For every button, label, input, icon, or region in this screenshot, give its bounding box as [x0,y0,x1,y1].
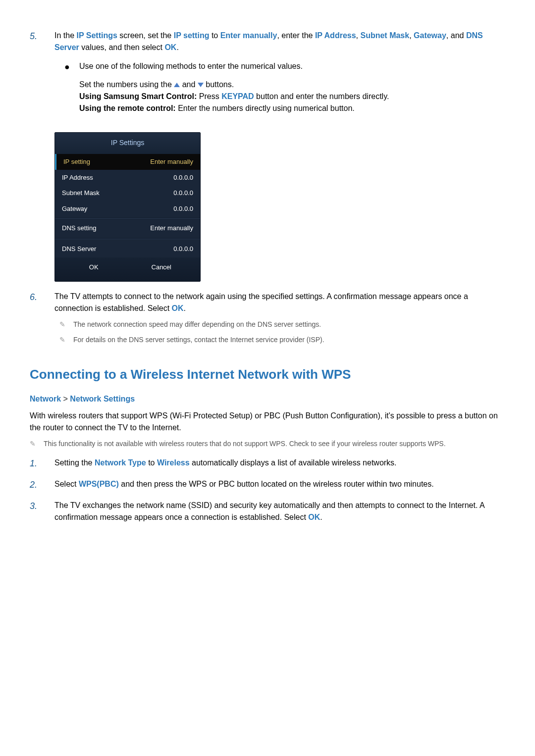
wps-step-1: 1. Setting the Network Type to Wireless … [30,457,505,470]
step-5-content: In the IP Settings screen, set the IP se… [54,30,505,124]
ip-label: Gateway [62,204,87,214]
wps-step-1-content: Setting the Network Type to Wireless aut… [54,457,505,470]
wps-note: ✎ This functionality is not available wi… [30,439,505,449]
bullet-content: Use one of the following methods to ente… [79,60,505,74]
term-ip-settings: IP Settings [76,31,117,40]
breadcrumb-network-settings: Network Settings [70,395,135,403]
wps-step-3-content: The TV exchanges the network name (SSID)… [54,500,505,523]
ip-label: Subnet Mask [62,188,100,198]
ip-label: DNS setting [62,223,96,233]
step-5: 5. In the IP Settings screen, set the IP… [30,30,505,124]
ip-panel-title: IP Settings [55,133,200,154]
text: button and enter the numbers directly. [254,92,389,101]
term-ip-address: IP Address [315,31,356,40]
ip-row-ip-setting[interactable]: IP setting Enter manually [55,154,200,170]
ip-value: 0.0.0.0 [173,204,193,214]
ip-value: 0.0.0.0 [173,244,193,254]
term-network-type: Network Type [95,458,146,467]
text: . [176,43,178,51]
term-ok: OK [308,513,320,521]
wps-step-3: 3. The TV exchanges the network name (SS… [30,500,505,523]
text: Set the numbers using the [79,80,174,89]
wps-step-1-number: 1. [30,457,54,470]
text: Press [197,92,221,101]
text: The TV exchanges the network name (SSID)… [54,501,484,521]
divider [55,238,200,239]
ip-row-dns-server[interactable]: DNS Server 0.0.0.0 [55,240,200,258]
term-keypad: KEYPAD [221,92,254,101]
step-6-number: 6. [30,291,54,345]
label: Using the remote control: [79,104,176,112]
term-wps-pbc: WPS(PBC) [79,480,119,488]
ip-value: Enter manually [150,157,193,167]
text: , [409,31,414,40]
note-isp: ✎ For details on the DNS server settings… [59,335,505,345]
text: , enter the [277,31,315,40]
wps-step-2-content: Select WPS(PBC) and then press the WPS o… [54,478,505,492]
wps-intro: With wireless routers that support WPS (… [30,410,505,434]
text: Enter the numbers directly using numeric… [176,104,355,112]
up-arrow-icon [174,83,180,87]
note-speed: ✎ The network connection speed may diffe… [59,319,505,330]
term-subnet-mask: Subnet Mask [360,31,409,40]
term-ok: OK [164,43,176,51]
text: to [146,458,157,467]
text: and then press the WPS or PBC button loc… [119,480,434,488]
wps-step-2-number: 2. [30,478,54,492]
method-remote-control: Using the remote control: Enter the numb… [79,102,505,114]
term-ip-setting: IP setting [174,31,210,40]
ok-button[interactable]: OK [74,262,113,272]
bullet-intro-text: Use one of the following methods to ente… [79,62,303,70]
down-arrow-icon [198,83,204,87]
note-text: For details on the DNS server settings, … [73,335,505,345]
ip-label: DNS Server [62,244,96,254]
pencil-icon: ✎ [59,335,73,345]
divider [55,217,200,218]
text: Setting the [54,458,95,467]
wps-step-2: 2. Select WPS(PBC) and then press the WP… [30,478,505,492]
breadcrumb-separator-icon: > [61,395,70,403]
ip-row-gateway[interactable]: Gateway 0.0.0.0 [55,201,200,217]
ip-settings-panel: IP Settings IP setting Enter manually IP… [54,132,201,282]
ip-label: IP setting [63,157,90,167]
breadcrumb: Network > Network Settings [30,393,505,405]
ip-row-ip-address[interactable]: IP Address 0.0.0.0 [55,170,200,186]
text: automatically displays a list of availab… [190,458,397,467]
text: Select [54,480,79,488]
wps-step-3-number: 3. [30,500,54,523]
text: . [320,513,322,521]
method-arrows: Set the numbers using the and buttons. [79,79,505,91]
ip-row-dns-setting[interactable]: DNS setting Enter manually [55,219,200,237]
method-smart-control: Using Samsung Smart Control: Press KEYPA… [79,91,505,102]
term-wireless: Wireless [157,458,190,467]
breadcrumb-network: Network [30,395,61,403]
bullet-dot-icon: ● [64,60,79,74]
ip-panel-buttons: OK Cancel [55,257,200,281]
ip-value: Enter manually [150,223,193,233]
text: screen, set the [117,31,174,40]
ip-label: IP Address [62,173,93,183]
text: The TV attempts to connect to the networ… [54,292,468,312]
ip-value: 0.0.0.0 [173,173,193,183]
ip-value: 0.0.0.0 [173,188,193,198]
text: , and [446,31,466,40]
ip-row-subnet-mask[interactable]: Subnet Mask 0.0.0.0 [55,185,200,201]
term-gateway: Gateway [414,31,446,40]
step-5-methods: Set the numbers using the and buttons. U… [79,79,505,114]
term-enter-manually: Enter manually [220,31,277,40]
note-text: This functionality is not available with… [44,439,505,449]
step-5-bullet: ● Use one of the following methods to en… [64,60,505,74]
note-text: The network connection speed may differ … [73,319,505,330]
wps-heading: Connecting to a Wireless Internet Networ… [30,365,505,384]
text: In the [54,31,76,40]
text: values, and then select [79,43,165,51]
label: Using Samsung Smart Control: [79,92,197,101]
pencil-icon: ✎ [30,439,44,449]
text: to [209,31,220,40]
cancel-button[interactable]: Cancel [142,262,181,272]
step-5-number: 5. [30,30,54,124]
step-6-content: The TV attempts to connect to the networ… [54,291,505,345]
term-ok: OK [172,304,184,312]
text: buttons. [204,80,234,89]
step-6: 6. The TV attempts to connect to the net… [30,291,505,345]
